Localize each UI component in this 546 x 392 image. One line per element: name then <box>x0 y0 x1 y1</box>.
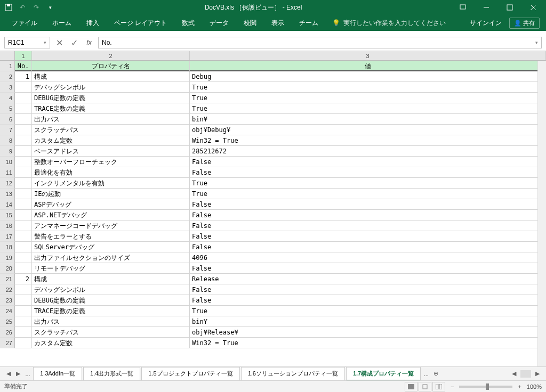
cell-property[interactable]: IEの起動 <box>32 189 190 199</box>
tab-nav-prev-icon[interactable]: ◀ <box>4 370 13 378</box>
cell-value[interactable]: False <box>190 263 546 274</box>
ribbon-tab[interactable]: 表示 <box>264 15 292 31</box>
zoom-slider[interactable] <box>459 386 512 388</box>
cell-value[interactable]: False <box>190 157 546 167</box>
cell-value[interactable]: Debug <box>190 71 546 82</box>
row-header[interactable]: 27 <box>0 338 15 348</box>
row-header[interactable]: 25 <box>0 316 15 327</box>
hscroll-left-icon[interactable]: ◀ <box>510 370 518 378</box>
redo-icon[interactable]: ↷ <box>32 3 41 12</box>
name-box[interactable]: R1C1 ▾ <box>4 37 50 48</box>
cell-property[interactable]: ASP.NETデバッグ <box>32 210 190 220</box>
row-header[interactable]: 14 <box>0 199 15 210</box>
row-header[interactable]: 23 <box>0 295 15 306</box>
page-layout-view-icon[interactable] <box>419 382 431 391</box>
cell-property[interactable]: DEBUG定数の定義 <box>32 295 190 306</box>
cell-value[interactable]: True <box>190 82 546 93</box>
cell-no[interactable] <box>15 210 32 220</box>
cell-no[interactable] <box>15 146 32 157</box>
close-icon[interactable] <box>523 0 544 15</box>
cell-no[interactable] <box>15 135 32 146</box>
cell-no[interactable] <box>15 284 32 295</box>
row-header[interactable]: 16 <box>0 220 15 231</box>
expand-formula-icon[interactable]: ▾ <box>535 40 538 45</box>
cell-value[interactable]: False <box>190 210 546 220</box>
cell-value[interactable]: True <box>190 178 546 189</box>
row-header[interactable]: 8 <box>0 135 15 146</box>
row-header[interactable]: 4 <box>0 93 15 103</box>
cell-value[interactable]: False <box>190 167 546 178</box>
cell-value[interactable]: Win32 = True <box>190 135 546 146</box>
row-header[interactable]: 3 <box>0 82 15 93</box>
cell-no[interactable] <box>15 220 32 231</box>
ribbon-tab[interactable]: データ <box>202 15 236 31</box>
cell-no[interactable] <box>15 252 32 263</box>
horizontal-scrollbar[interactable] <box>520 370 531 378</box>
cell-property[interactable]: ベースアドレス <box>32 146 190 157</box>
tab-ellipsis[interactable]: ... <box>23 370 32 378</box>
cell-property[interactable]: 出力パス <box>32 316 190 327</box>
cell-no[interactable] <box>15 338 32 348</box>
cell-no[interactable] <box>15 178 32 189</box>
sheet-tab[interactable]: 1.4出力形式一覧 <box>83 367 140 381</box>
fx-icon[interactable]: fx <box>83 37 95 48</box>
header-cell[interactable]: 値 <box>190 61 546 71</box>
formula-input[interactable]: No. ▾ <box>98 37 542 48</box>
cell-property[interactable]: 構成 <box>32 71 190 82</box>
cell-value[interactable]: obj¥Debug¥ <box>190 125 546 135</box>
cell-value[interactable]: True <box>190 306 546 316</box>
header-cell[interactable]: No. <box>15 61 32 71</box>
cell-no[interactable] <box>15 231 32 242</box>
cell-value[interactable]: False <box>190 295 546 306</box>
cell-no[interactable] <box>15 327 32 338</box>
row-header[interactable]: 19 <box>0 252 15 263</box>
cell-value[interactable]: Win32 = True <box>190 338 546 348</box>
cell-no[interactable] <box>15 295 32 306</box>
minimize-icon[interactable] <box>476 0 497 15</box>
cell-value[interactable]: False <box>190 220 546 231</box>
cell-property[interactable]: スクラッチパス <box>32 327 190 338</box>
row-header[interactable]: 18 <box>0 242 15 252</box>
tell-me-box[interactable]: 💡 実行したい作業を入力してください <box>332 19 446 28</box>
cell-property[interactable]: ASPデバッグ <box>32 199 190 210</box>
cell-property[interactable]: アンマネージコードデバッグ <box>32 220 190 231</box>
cell-value[interactable]: True <box>190 103 546 114</box>
sheet-tab[interactable]: 1.5プロジェクトプロパティ一覧 <box>141 367 239 381</box>
cell-no[interactable] <box>15 242 32 252</box>
cell-no[interactable]: 2 <box>15 274 32 284</box>
ribbon-tab[interactable]: ファイル <box>4 15 45 31</box>
save-icon[interactable] <box>4 3 13 12</box>
column-header[interactable]: 1 <box>15 51 32 60</box>
row-header[interactable]: 22 <box>0 284 15 295</box>
cell-no[interactable] <box>15 103 32 114</box>
row-header[interactable]: 2 <box>0 71 15 82</box>
ribbon-tab[interactable]: ページ レイアウト <box>107 15 174 31</box>
ribbon-tab[interactable]: 挿入 <box>79 15 107 31</box>
cell-no[interactable] <box>15 199 32 210</box>
hscroll-right-icon[interactable]: ▶ <box>533 370 542 378</box>
row-header[interactable]: 17 <box>0 231 15 242</box>
row-header[interactable]: 5 <box>0 103 15 114</box>
tab-ellipsis-right[interactable]: ... <box>422 370 430 378</box>
cell-property[interactable]: 出力パス <box>32 114 190 125</box>
cell-no[interactable] <box>15 93 32 103</box>
cell-property[interactable]: スクラッチパス <box>32 125 190 135</box>
row-header[interactable]: 20 <box>0 263 15 274</box>
ribbon-tab[interactable]: 数式 <box>174 15 202 31</box>
row-header[interactable]: 10 <box>0 157 15 167</box>
qat-customize-icon[interactable]: ▾ <box>46 3 54 12</box>
column-header[interactable]: 2 <box>32 51 190 60</box>
grid-body[interactable]: 1 No. プロパティ名 値 21構成Debug3デバッグシンボルTrue4DE… <box>0 61 546 366</box>
cell-property[interactable]: SQLServerデバッグ <box>32 242 190 252</box>
cell-no[interactable] <box>15 114 32 125</box>
row-header[interactable]: 21 <box>0 274 15 284</box>
cell-no[interactable] <box>15 189 32 199</box>
cell-no[interactable] <box>15 167 32 178</box>
cell-value[interactable]: False <box>190 242 546 252</box>
cell-property[interactable]: DEBUG定数の定義 <box>32 93 190 103</box>
cell-no[interactable] <box>15 263 32 274</box>
cell-value[interactable]: Release <box>190 274 546 284</box>
row-header[interactable]: 7 <box>0 125 15 135</box>
cell-no[interactable] <box>15 157 32 167</box>
cell-no[interactable] <box>15 82 32 93</box>
